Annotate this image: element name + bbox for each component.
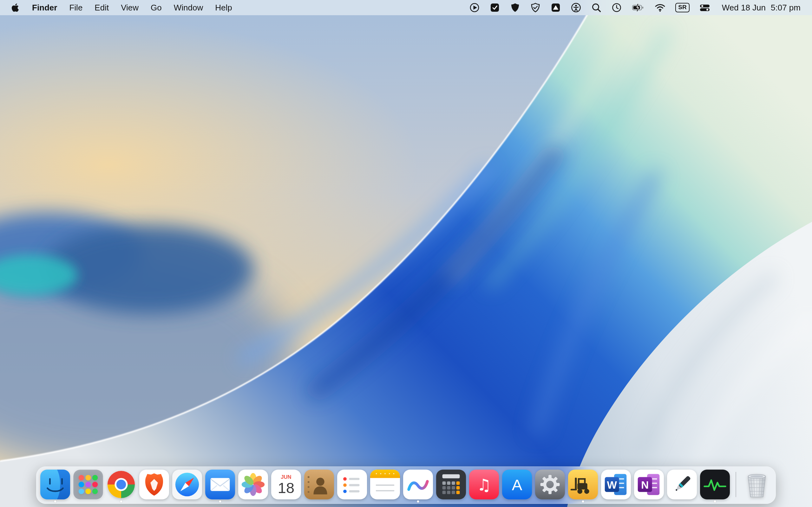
- freeform-icon: [403, 469, 433, 499]
- menu-view[interactable]: View: [115, 3, 145, 13]
- menu-window[interactable]: Window: [168, 3, 209, 13]
- activity-monitor-icon: [700, 469, 730, 499]
- menu-edit[interactable]: Edit: [89, 3, 115, 13]
- dock-item-system-settings[interactable]: [535, 469, 565, 499]
- forklift-icon: [568, 469, 598, 499]
- dock-item-mail[interactable]: [205, 469, 235, 499]
- dock-item-trash[interactable]: [742, 469, 772, 499]
- safari-icon: [172, 469, 202, 499]
- dock-item-onenote[interactable]: N: [634, 469, 664, 499]
- app-menu-title[interactable]: Finder: [26, 3, 63, 13]
- contacts-icon: [304, 469, 334, 499]
- onenote-icon: N: [634, 469, 664, 499]
- play-circle-icon[interactable]: [469, 2, 480, 13]
- running-indicator: [582, 500, 584, 503]
- dock-item-calendar[interactable]: JUN 18: [271, 469, 301, 499]
- brave-icon: [139, 469, 169, 499]
- music-note-glyph: ♫: [477, 475, 491, 494]
- dock: JUN 18: [36, 466, 776, 504]
- app-store-glyph: A: [512, 476, 522, 493]
- dock-item-notes[interactable]: [370, 469, 400, 499]
- dock-item-app-store[interactable]: A: [502, 469, 532, 499]
- onenote-glyph: N: [641, 479, 649, 491]
- desktop-wallpaper: [0, 0, 812, 507]
- reminders-icon: [337, 469, 367, 499]
- battery-charging-icon[interactable]: [631, 2, 645, 13]
- running-indicator: [714, 500, 716, 503]
- wifi-icon[interactable]: [654, 2, 666, 13]
- calendar-icon: JUN 18: [271, 469, 301, 499]
- running-indicator: [219, 500, 221, 503]
- dock-item-finder[interactable]: [40, 469, 70, 499]
- menu-bar: Finder File Edit View Go Window Help: [0, 0, 812, 15]
- apple-logo-icon: [11, 3, 19, 12]
- chrome-icon: [106, 469, 136, 499]
- dock-item-launchpad[interactable]: [73, 469, 103, 499]
- menu-bar-status-area: SR Wed 18 Jun 5:07 pm: [469, 2, 801, 13]
- dock-divider: [735, 472, 736, 497]
- dock-item-contacts[interactable]: [304, 469, 334, 499]
- notes-icon: [370, 469, 400, 499]
- dock-item-reminders[interactable]: [337, 469, 367, 499]
- dock-item-photos[interactable]: [238, 469, 268, 499]
- running-indicator: [120, 500, 122, 503]
- spotlight-search-icon[interactable]: [591, 2, 602, 13]
- calendar-day: 18: [278, 480, 294, 496]
- shield-icon[interactable]: [510, 2, 520, 13]
- dock-item-forklift[interactable]: [568, 469, 598, 499]
- desktop[interactable]: Finder File Edit View Go Window Help: [0, 0, 812, 507]
- calculator-icon: [436, 469, 466, 499]
- word-glyph: W: [607, 479, 617, 491]
- accessibility-icon[interactable]: [571, 2, 581, 13]
- dock-item-system-monitor[interactable]: [700, 469, 730, 499]
- dock-item-pen-notes[interactable]: [667, 469, 697, 499]
- dock-item-calculator[interactable]: [436, 469, 466, 499]
- control-center-icon[interactable]: [699, 2, 711, 13]
- upload-box-icon[interactable]: [550, 2, 561, 13]
- clock-date: Wed 18 Jun: [722, 3, 766, 13]
- dock-item-safari[interactable]: [172, 469, 202, 499]
- music-icon: ♫: [469, 469, 499, 499]
- clock-time: 5:07 pm: [771, 3, 801, 13]
- menu-go[interactable]: Go: [145, 3, 168, 13]
- launchpad-icon: [73, 469, 103, 499]
- apple-menu[interactable]: [9, 3, 26, 12]
- mail-icon: [205, 469, 235, 499]
- trash-icon: [742, 469, 772, 499]
- photos-icon: [238, 469, 268, 499]
- pen-icon: [667, 469, 697, 499]
- running-indicator: [54, 500, 56, 503]
- dock-item-chrome[interactable]: [106, 469, 136, 499]
- dock-item-freeform[interactable]: [403, 469, 433, 499]
- dock-item-word[interactable]: W: [601, 469, 631, 499]
- finder-icon: [40, 469, 70, 499]
- dock-item-brave[interactable]: [139, 469, 169, 499]
- input-check-icon[interactable]: [490, 2, 500, 13]
- menu-file[interactable]: File: [63, 3, 89, 13]
- shield-check-icon[interactable]: [530, 2, 541, 13]
- app-store-icon: A: [502, 469, 532, 499]
- word-icon: W: [601, 469, 631, 499]
- system-settings-icon: [535, 469, 565, 499]
- dock-item-music[interactable]: ♫: [469, 469, 499, 499]
- menu-help[interactable]: Help: [209, 3, 238, 13]
- clock-recents-icon[interactable]: [611, 2, 622, 13]
- menu-bar-clock[interactable]: Wed 18 Jun 5:07 pm: [722, 3, 801, 13]
- keyboard-layout-badge[interactable]: SR: [675, 3, 689, 12]
- menu-bar-left: Finder File Edit View Go Window Help: [9, 3, 238, 13]
- running-indicator: [417, 500, 419, 503]
